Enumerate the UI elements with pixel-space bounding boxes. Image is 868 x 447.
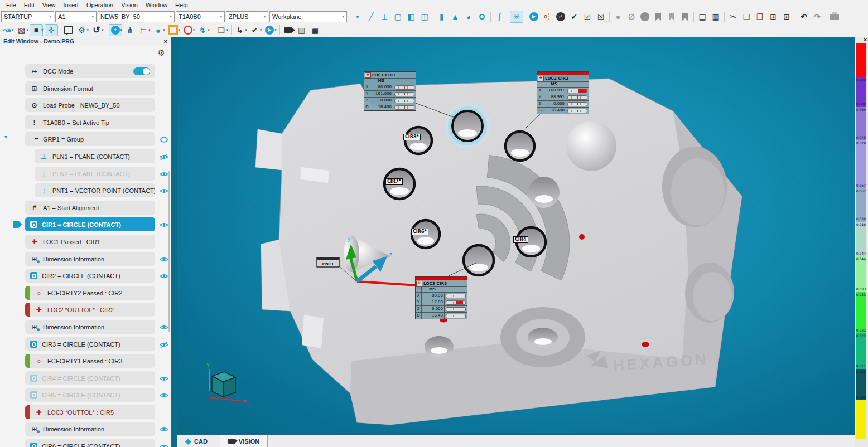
copy-icon[interactable]: ❏ (740, 11, 753, 23)
list-item-fcfcirty1[interactable]: ○FCFCIRTY1 Passed : CIR3 (25, 354, 155, 368)
auto-feature-icon[interactable]: ✳ (510, 11, 523, 23)
tab-cad[interactable]: ◆CAD (177, 435, 215, 447)
chevron-down-icon[interactable]: ▾ (41, 28, 44, 32)
notch-feature-icon[interactable]: ◫ (418, 11, 431, 23)
cut-icon[interactable]: ✂ (726, 11, 740, 23)
chevron-down-icon[interactable]: ▾ (178, 28, 180, 32)
redo-icon[interactable]: ↷ (811, 11, 824, 23)
list-item-alignment[interactable]: ↱A1 = Start Alignment (25, 201, 155, 215)
execute-program-icon[interactable]: ▶ (527, 11, 541, 23)
dimension-label-loc1[interactable]: ✚LOC1 CIR1 MS X80.000 Y101.000 Z0.000 D1… (364, 71, 416, 111)
menu-file[interactable]: File (2, 1, 20, 9)
feature-tag-cir4[interactable]: CIR4 (513, 236, 528, 243)
panel-scrollbar[interactable] (168, 171, 170, 332)
chevron-down-icon[interactable]: ▾ (260, 28, 262, 32)
bookmark-insert-icon[interactable] (665, 11, 678, 23)
eye-icon[interactable] (159, 392, 169, 399)
eye-hollow-icon[interactable] (159, 136, 169, 143)
chevron-down-icon[interactable]: ▾ (163, 28, 166, 32)
chevron-down-icon[interactable]: ▾ (148, 28, 151, 32)
list-item-cir5[interactable]: CIR5 = CIRCLE (CONTACT) (25, 388, 155, 402)
curve-feature-icon[interactable]: ʃ (493, 11, 506, 23)
sync-icon[interactable]: ⇄ (554, 11, 567, 23)
a1-dropdown[interactable]: A1▾ (55, 11, 97, 22)
alignment-dropdown[interactable]: STARTUP▾ (1, 11, 54, 22)
list-item-loc3[interactable]: ✚LOC3 *OUTTOL* : CIR5 (25, 405, 155, 419)
stop-icon[interactable]: ● (611, 11, 625, 23)
menu-edit[interactable]: Edit (20, 1, 38, 9)
cancel-execution-icon[interactable]: ∅ (625, 11, 638, 23)
close-icon[interactable]: × (864, 37, 867, 43)
square-slot-icon[interactable]: ◧ (404, 11, 418, 23)
cylinder-feature-icon[interactable]: ▮ (435, 11, 449, 23)
feature-tag-cir8[interactable]: CIR8* (403, 134, 421, 140)
torus-feature-icon[interactable]: O (475, 11, 489, 23)
list-item-fcfcirty2[interactable]: ○FCFCIRTY2 Passed : CIR2 (25, 286, 155, 300)
tip-dropdown[interactable]: T1A0B0▾ (176, 11, 225, 22)
undo-icon[interactable]: ↶ (797, 11, 811, 23)
workplane-axis-dropdown[interactable]: ZPLUS▾ (226, 11, 268, 22)
report-window-icon[interactable]: ▥ (295, 24, 308, 36)
list-item-loc1[interactable]: ✚LOC1 Passed : CIR1 (25, 235, 155, 249)
eye-off-icon[interactable] (159, 341, 169, 348)
list-item-pln2[interactable]: ⊥PLN2 = PLANE (CONTACT) (35, 167, 155, 181)
line-feature-icon[interactable]: ╱ (364, 11, 378, 23)
chevron-down-icon[interactable]: ▾ (87, 28, 89, 32)
dimension-label-loc2[interactable]: ✚LOC2 CIR2 MS X108.991 Y88.991 Z0.000 D1… (537, 71, 589, 114)
dcc-mode-toggle[interactable] (133, 67, 150, 75)
paste-icon[interactable]: ❐ (753, 11, 766, 23)
clear-marks-icon[interactable]: ☒ (594, 11, 607, 23)
camera-icon[interactable] (282, 24, 295, 36)
eye-off-icon[interactable] (159, 153, 169, 161)
chevron-down-icon[interactable]: ▾ (120, 28, 123, 32)
report-template-icon[interactable]: ▦ (709, 11, 722, 23)
menu-vision[interactable]: Vision (117, 1, 142, 9)
list-item-cir6[interactable]: CIR6 = CIRCLE (CONTACT) (25, 439, 155, 447)
list-item-dimension-format[interactable]: ⊞Dimension Format (25, 81, 155, 95)
group-expand-chevron-icon[interactable]: ▾ (4, 134, 7, 140)
menu-help[interactable]: Help (171, 1, 192, 9)
list-item-pln1[interactable]: ⊥PLN1 = PLANE (CONTACT) (35, 149, 155, 163)
execute-feature-icon[interactable]: o┆ (541, 11, 554, 23)
feature-tag-cir7[interactable]: CIR7* (385, 178, 403, 185)
menu-operation[interactable]: Operation (83, 1, 117, 9)
bookmark-icon[interactable] (652, 11, 665, 23)
chevron-down-icon[interactable]: ▾ (226, 28, 229, 32)
tab-vision[interactable]: VISION (220, 435, 268, 447)
graph-window-icon[interactable]: ▦ (308, 24, 322, 36)
probe-dropdown[interactable]: NEW5_BY_50▾ (98, 11, 175, 22)
chevron-down-icon[interactable]: ▾ (208, 28, 210, 32)
eye-icon[interactable] (159, 375, 169, 382)
list-item-cir1[interactable]: CIR1 = CIRCLE (CONTACT) (25, 217, 155, 231)
chevron-down-icon[interactable]: ▾ (27, 28, 29, 32)
list-item-dim-info-3[interactable]: ⊞Dimension Information (25, 422, 155, 436)
menu-insert[interactable]: Insert (59, 1, 83, 9)
list-item-load-probe[interactable]: ⊙Load Probe - NEW5_BY_50 (25, 98, 155, 112)
list-item-dcc-mode[interactable]: ↦DCC Mode (25, 64, 155, 78)
workplane-dropdown[interactable]: Workplane▾ (269, 11, 347, 22)
list-item-active-tip[interactable]: !T1A0B0 = Set Active Tip (25, 115, 155, 129)
eye-icon[interactable] (159, 443, 169, 447)
list-item-cir3[interactable]: CIR3 = CIRCLE (CONTACT) (25, 337, 155, 351)
plane-feature-icon[interactable]: ⊥ (378, 11, 391, 23)
chevron-down-icon[interactable]: ▾ (12, 28, 14, 32)
print-icon[interactable] (828, 11, 841, 23)
list-item-pnt1[interactable]: ↕PNT1 = VECTOR POINT (CONTACT) (35, 183, 155, 197)
eye-icon[interactable] (159, 426, 169, 433)
feature-tag-cir6[interactable]: CIR6* (411, 229, 428, 235)
sphere-feature-icon[interactable]: ◕ (462, 11, 475, 23)
list-item-cir4[interactable]: CIR4 = CIRCLE (CONTACT) (25, 371, 155, 385)
cad-viewport[interactable]: x y z PNT1 Y X HEXAGON CIR8* (177, 37, 855, 435)
cone-feature-icon[interactable]: ▲ (449, 11, 462, 23)
list-item-group[interactable]: GRP1 = Group (25, 132, 155, 146)
round-slot-icon[interactable]: ▢ (391, 11, 404, 23)
list-item-loc2[interactable]: ✚LOC2 *OUTTOL* : CIR2 (25, 303, 155, 317)
comment-icon[interactable] (62, 24, 75, 36)
list-item-cir2[interactable]: CIR2 = CIRCLE (CONTACT) (25, 269, 155, 283)
resume-icon[interactable]: → (638, 11, 652, 23)
close-icon[interactable]: × (164, 38, 167, 45)
list-item-dim-info-1[interactable]: ⊞Dimension Information (25, 252, 155, 266)
chevron-down-icon[interactable]: ▾ (102, 28, 104, 32)
bookmark-remove-icon[interactable] (678, 11, 692, 23)
menu-window[interactable]: Window (142, 1, 171, 9)
